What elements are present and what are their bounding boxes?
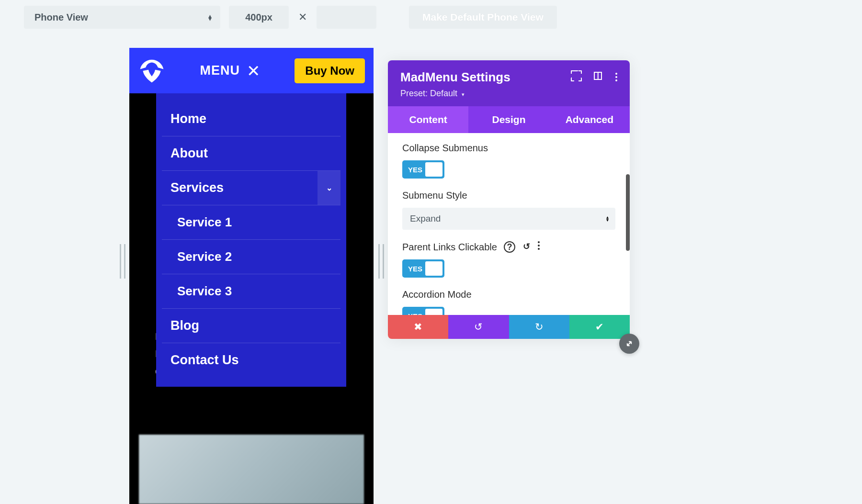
nav-item-contact[interactable]: Contact Us	[162, 343, 340, 377]
redo-button[interactable]: ↻	[509, 315, 569, 339]
make-default-button[interactable]: Make Default Phone View	[409, 6, 557, 29]
nav-item-services-label: Services	[170, 180, 224, 195]
parent-links-toggle[interactable]: YES	[402, 259, 444, 278]
site-logo[interactable]	[138, 57, 166, 85]
buy-now-button[interactable]: Buy Now	[295, 58, 365, 83]
field-collapse-submenus: Collapse Submenus YES	[402, 143, 615, 179]
panel-tabs: Content Design Advanced	[388, 106, 630, 133]
nav-item-home[interactable]: Home	[162, 102, 340, 136]
select-sort-icon: ▴▾	[606, 216, 609, 222]
scrollbar[interactable]	[626, 174, 630, 251]
width-value: 400px	[245, 12, 272, 23]
toggle-value: YES	[408, 265, 422, 273]
submenu-style-label: Submenu Style	[402, 190, 615, 201]
expand-panel-button[interactable]	[619, 334, 639, 354]
panel-footer: ✖ ↺ ↻ ✔	[388, 315, 630, 339]
nav-item-blog[interactable]: Blog	[162, 309, 340, 343]
view-select-value: Phone View	[34, 12, 88, 23]
phone-body: NPc Home About Services ⌄ Service 1 Serv…	[129, 93, 374, 504]
column-layout-icon[interactable]	[594, 72, 602, 82]
tab-advanced[interactable]: Advanced	[549, 106, 630, 133]
panel-header: MadMenu Settings Preset: Default ▾	[388, 60, 630, 106]
view-select[interactable]: Phone View ▴▾	[24, 6, 220, 29]
toggle-value: YES	[408, 166, 422, 174]
chevron-down-icon[interactable]: ⌄	[318, 171, 340, 205]
panel-body: Collapse Submenus YES Submenu Style Expa…	[388, 133, 630, 315]
nav-subitem-service-3[interactable]: Service 3	[162, 274, 340, 308]
nav-subitem-service-2[interactable]: Service 2	[162, 240, 340, 274]
parent-links-label: Parent Links Clickable ? ↺	[402, 241, 615, 253]
phone-preview: MENU ✕ Buy Now NPc Home About Services ⌄…	[129, 48, 374, 504]
collapse-submenus-toggle[interactable]: YES	[402, 160, 444, 179]
collapse-submenus-label: Collapse Submenus	[402, 143, 615, 154]
submenu-style-value: Expand	[410, 213, 441, 224]
tab-content[interactable]: Content	[388, 106, 468, 133]
phone-header: MENU ✕ Buy Now	[129, 48, 374, 93]
width-input[interactable]: 400px	[229, 6, 289, 29]
panel-title: MadMenu Settings	[400, 70, 510, 85]
undo-button[interactable]: ↺	[448, 315, 509, 339]
dropdown-triangle-icon: ▾	[462, 91, 465, 97]
submenu-style-select[interactable]: Expand ▴▾	[402, 208, 615, 230]
responsive-toolbar: Phone View ▴▾ 400px ✕ Make Default Phone…	[0, 0, 862, 34]
accordion-mode-label: Accordion Mode	[402, 289, 615, 300]
help-icon[interactable]: ?	[504, 241, 515, 253]
menu-toggle[interactable]: MENU ✕	[200, 61, 261, 80]
field-accordion-mode: Accordion Mode YES	[402, 289, 615, 315]
field-parent-links-clickable: Parent Links Clickable ? ↺ YES	[402, 241, 615, 278]
close-button[interactable]: ✖	[388, 315, 448, 339]
reset-icon[interactable]: ↺	[523, 241, 530, 253]
nav-item-about[interactable]: About	[162, 136, 340, 171]
nav-subitem-service-1[interactable]: Service 1	[162, 205, 340, 240]
resize-handle-left[interactable]	[120, 244, 126, 279]
field-submenu-style: Submenu Style Expand ▴▾	[402, 190, 615, 230]
field-options-icon[interactable]	[538, 241, 540, 253]
toggle-knob	[425, 162, 442, 177]
focus-icon[interactable]	[572, 72, 580, 82]
select-sort-icon: ▴▾	[208, 14, 212, 20]
nav-item-services[interactable]: Services ⌄	[162, 171, 340, 205]
preset-label: Preset:	[400, 89, 428, 98]
toggle-value: YES	[408, 312, 422, 315]
toggle-knob	[425, 261, 442, 276]
menu-label-text: MENU	[200, 63, 240, 78]
confirm-button[interactable]: ✔	[569, 315, 630, 339]
resize-handle-right[interactable]	[378, 244, 385, 279]
height-input[interactable]	[317, 6, 376, 29]
more-options-icon[interactable]	[615, 73, 617, 81]
background-image	[139, 435, 364, 504]
parent-links-label-text: Parent Links Clickable	[402, 242, 497, 253]
close-icon: ✕	[247, 61, 261, 80]
services-submenu: Service 1 Service 2 Service 3	[162, 205, 340, 309]
mobile-nav-dropdown: Home About Services ⌄ Service 1 Service …	[156, 93, 346, 387]
tab-design[interactable]: Design	[468, 106, 549, 133]
preset-selector[interactable]: Preset: Default ▾	[400, 89, 510, 99]
settings-panel: MadMenu Settings Preset: Default ▾ Conte…	[388, 60, 630, 339]
preset-value: Default	[430, 89, 457, 98]
dimension-separator: ✕	[298, 11, 307, 23]
toggle-knob	[425, 309, 442, 315]
accordion-mode-toggle[interactable]: YES	[402, 307, 444, 315]
